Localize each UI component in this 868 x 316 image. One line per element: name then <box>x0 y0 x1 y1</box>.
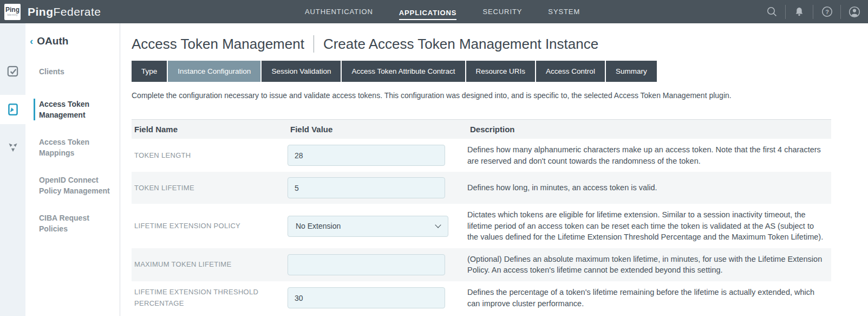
field-description: (Optional) Defines an absolute maximum t… <box>467 254 831 276</box>
access-token-management-icon <box>0 95 25 124</box>
sidebar-item-label: CIBA Request Policies <box>34 212 112 235</box>
field-value-cell <box>288 177 467 198</box>
field-description: Defines how long, in minutes, an access … <box>467 182 831 194</box>
sidebar-item-ciba-request-policies[interactable]: CIBA Request Policies <box>0 209 120 238</box>
field-value-cell: No Extension <box>288 216 467 237</box>
sidebar-item-label: OpenID Connect Policy Management <box>34 175 112 197</box>
no-icon <box>0 171 25 200</box>
nav-authentication[interactable]: AUTHENTICATION <box>305 5 373 18</box>
tab-summary[interactable]: Summary <box>606 61 657 82</box>
tab-access-control[interactable]: Access Control <box>536 61 605 82</box>
field-name-label: MAXIMUM TOKEN LIFETIME <box>132 259 288 270</box>
topbar-divider <box>813 5 813 19</box>
table-row-token-lifetime: TOKEN LIFETIMEDefines how long, in minut… <box>132 172 831 204</box>
column-header-description: Description <box>467 125 831 134</box>
app-title-bold: Ping <box>28 5 54 18</box>
access-token-mappings-icon <box>0 133 25 162</box>
sidebar: ‹OAuth ClientsAccess Token ManagementAcc… <box>0 23 120 316</box>
lifetime-extension-threshold-percentage-input[interactable] <box>288 287 445 308</box>
column-header-field-value: Field Value <box>288 125 467 134</box>
configuration-table: Field Name Field Value Description TOKEN… <box>132 119 831 314</box>
field-description: Defines the percentage of a token's life… <box>467 287 831 309</box>
ping-logo-subtext: Identity <box>7 13 18 16</box>
field-value-cell <box>288 145 467 166</box>
sidebar-item-label: Access Token Management <box>34 99 112 121</box>
tab-type[interactable]: Type <box>132 61 167 82</box>
tab-access-token-attribute-contract[interactable]: Access Token Attribute Contract <box>342 61 465 82</box>
topbar-icons: ? <box>766 0 860 23</box>
ping-logo: Ping Identity <box>4 4 21 20</box>
nav-system[interactable]: SYSTEM <box>548 5 580 18</box>
sidebar-item-access-token-management[interactable]: Access Token Management <box>0 95 120 124</box>
lifetime-extension-policy-select[interactable]: No Extension <box>288 216 448 237</box>
field-description: Dictates which tokens are eligible for l… <box>467 209 831 243</box>
field-description: Defines how many alphanumeric characters… <box>467 144 831 166</box>
field-value-cell <box>288 287 467 308</box>
field-name-label: LIFETIME EXTENSION THRESHOLD PERCENTAGE <box>132 287 288 308</box>
search-icon[interactable] <box>766 6 778 18</box>
page-title-subsection: Create Access Token Management Instance <box>323 36 598 53</box>
field-name-label: LIFETIME EXTENSION POLICY <box>132 221 288 231</box>
sidebar-section-label: OAuth <box>37 35 68 47</box>
maximum-token-lifetime-input[interactable] <box>288 254 445 275</box>
chevron-down-icon <box>435 222 441 228</box>
page-title-section: Access Token Management <box>132 36 304 53</box>
table-row-token-length: TOKEN LENGTHDefines how many alphanumeri… <box>132 139 831 172</box>
table-row-lifetime-extension-policy: LIFETIME EXTENSION POLICYNo ExtensionDic… <box>132 204 831 248</box>
sidebar-back-oauth[interactable]: ‹OAuth <box>30 35 120 47</box>
field-name-label: TOKEN LIFETIME <box>132 183 288 194</box>
token-length-input[interactable] <box>288 145 445 166</box>
table-row-maximum-token-lifetime: MAXIMUM TOKEN LIFETIME(Optional) Defines… <box>132 248 831 281</box>
bell-icon[interactable] <box>793 6 805 18</box>
nav-security[interactable]: SECURITY <box>482 5 522 18</box>
no-icon <box>0 209 25 238</box>
page-title: Access Token Management Create Access To… <box>132 35 868 53</box>
sidebar-item-access-token-mappings[interactable]: Access Token Mappings <box>0 133 120 162</box>
page-body: ‹OAuth ClientsAccess Token ManagementAcc… <box>0 23 868 316</box>
clients-icon <box>0 57 25 86</box>
table-header-row: Field Name Field Value Description <box>132 120 831 139</box>
table-row-lifetime-extension-threshold-percentage: LIFETIME EXTENSION THRESHOLD PERCENTAGED… <box>132 281 831 314</box>
chevron-left-icon: ‹ <box>30 35 33 47</box>
sidebar-item-openid-connect-policy-management[interactable]: OpenID Connect Policy Management <box>0 171 120 200</box>
title-divider <box>314 35 314 53</box>
sidebar-content: ‹OAuth ClientsAccess Token ManagementAcc… <box>0 23 120 238</box>
intro-text: Complete the configuration necessary to … <box>132 91 868 100</box>
tab-resource-uris[interactable]: Resource URIs <box>466 61 536 82</box>
ping-logo-text: Ping <box>5 7 19 13</box>
svg-text:?: ? <box>825 9 829 15</box>
sidebar-item-clients[interactable]: Clients <box>0 57 120 86</box>
field-value-cell <box>288 254 467 275</box>
tab-session-validation[interactable]: Session Validation <box>262 61 341 82</box>
app-title-light: Federate <box>54 5 101 18</box>
help-icon[interactable]: ? <box>821 6 833 18</box>
tab-bar: TypeInstance ConfigurationSession Valida… <box>132 61 868 82</box>
topbar-divider <box>785 5 786 19</box>
sidebar-item-label: Clients <box>34 66 112 77</box>
token-lifetime-input[interactable] <box>288 177 445 198</box>
select-selected-value: No Extension <box>296 222 341 230</box>
pingfederate-app: Ping Identity PingFederate AUTHENTICATIO… <box>0 0 868 316</box>
primary-nav: AUTHENTICATIONAPPLICATIONSSECURITYSYSTEM <box>305 0 580 23</box>
main-content: Access Token Management Create Access To… <box>120 23 868 316</box>
tab-instance-configuration[interactable]: Instance Configuration <box>168 61 260 82</box>
sidebar-item-label: Access Token Mappings <box>34 137 112 159</box>
nav-applications[interactable]: APPLICATIONS <box>399 7 457 20</box>
app-title: PingFederate <box>28 5 101 18</box>
top-bar: Ping Identity PingFederate AUTHENTICATIO… <box>0 0 868 23</box>
table-body: TOKEN LENGTHDefines how many alphanumeri… <box>132 139 831 314</box>
sidebar-items: ClientsAccess Token ManagementAccess Tok… <box>0 57 120 238</box>
column-header-field-name: Field Name <box>132 125 288 134</box>
topbar-divider <box>840 5 841 19</box>
field-name-label: TOKEN LENGTH <box>132 150 288 161</box>
user-icon[interactable] <box>849 6 860 18</box>
